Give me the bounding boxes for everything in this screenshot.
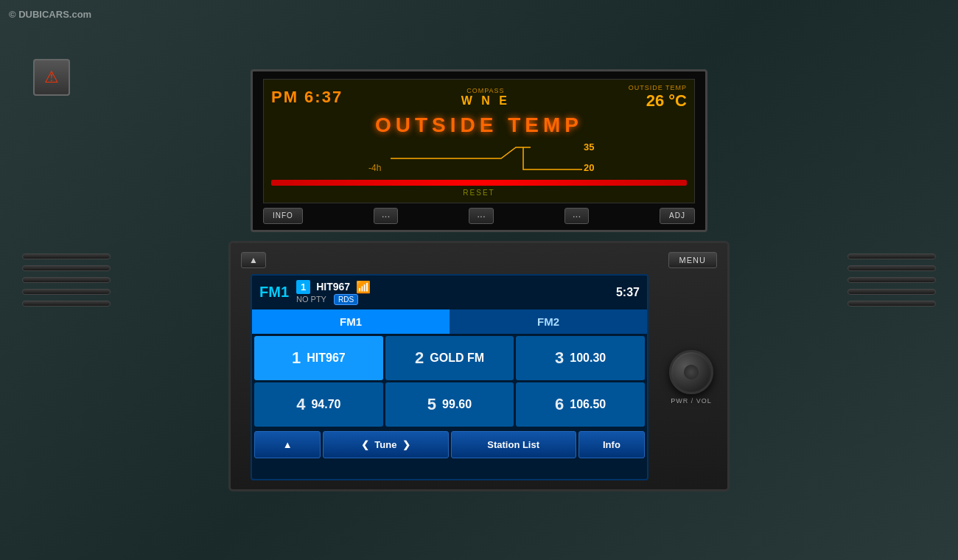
- preset-2-number: 2: [415, 349, 424, 368]
- vent-slat: [847, 289, 936, 295]
- tab-fm1[interactable]: FM1: [252, 309, 450, 334]
- mfd-reset-row: RESET: [271, 189, 687, 197]
- screen-pty: NO PTY: [296, 295, 326, 304]
- preset-1-name: HIT967: [307, 351, 345, 365]
- head-unit-top: ▲ MENU: [241, 252, 717, 268]
- head-unit: ▲ MENU FM1 1 HIT967 📶: [228, 241, 730, 491]
- svg-text:20: 20: [584, 162, 594, 173]
- station-list-label: Station List: [487, 439, 539, 450]
- preset-6-number: 6: [555, 395, 564, 414]
- presets-grid: 1 HIT967 2 GOLD FM 3 100.30 4: [252, 334, 647, 429]
- info-label: Info: [603, 439, 620, 450]
- mfd-compass-label: COMPASS: [466, 87, 504, 94]
- watermark: © DUBICARS.com: [9, 9, 91, 20]
- mfd-inner: PM 6:37 COMPASS W N E OUTSIDE TEMP 26 °C…: [263, 79, 695, 203]
- preset-3[interactable]: 3 100.30: [516, 336, 645, 380]
- tab-fm2[interactable]: FM2: [450, 309, 647, 334]
- info-button[interactable]: Info: [578, 431, 645, 458]
- screen-fm-label: FM1: [259, 284, 289, 301]
- vent-slat: [22, 253, 111, 259]
- mfd-header-row: PM 6:37 COMPASS W N E OUTSIDE TEMP 26 °C: [271, 84, 687, 111]
- screen-rds-badge: RDS: [334, 294, 358, 305]
- preset-4[interactable]: 4 94.70: [254, 382, 383, 427]
- scroll-up-button[interactable]: ▲: [254, 431, 321, 458]
- head-unit-body: FM1 1 HIT967 📶 NO PTY RDS: [241, 274, 717, 480]
- vent-slat: [22, 265, 111, 271]
- vent-slat: [847, 277, 936, 283]
- mfd-reset-text: RESET: [463, 189, 494, 197]
- screen-controls: ▲ ❮ Tune ❯ Station List Info: [252, 429, 647, 461]
- screen-preset-num: 1: [296, 280, 310, 294]
- pwr-vol-label: PWR / VOL: [671, 397, 712, 405]
- tune-label: ❮ Tune ❯: [361, 439, 410, 450]
- tune-button[interactable]: ❮ Tune ❯: [323, 431, 448, 458]
- menu-button[interactable]: MENU: [668, 252, 717, 268]
- pwr-vol-knob[interactable]: [669, 350, 713, 394]
- bluetooth-icon: 📶: [356, 280, 371, 294]
- mfd-main-display: OUTSIDE TEMP: [271, 113, 687, 137]
- mfd-graph: -4h 35 20: [354, 140, 604, 177]
- vent-left: [22, 253, 111, 307]
- svg-text:35: 35: [584, 141, 594, 153]
- screen-station-name: HIT967: [316, 281, 350, 293]
- mfd-bottom-buttons: INFO ··· ··· ··· ADJ: [263, 208, 695, 224]
- preset-6[interactable]: 6 106.50: [516, 382, 645, 427]
- preset-3-name: 100.30: [570, 351, 606, 365]
- mfd-adj-button[interactable]: ADJ: [660, 208, 695, 224]
- preset-4-name: 94.70: [311, 398, 340, 411]
- preset-2-name: GOLD FM: [430, 351, 484, 365]
- mfd-time: PM 6:37: [271, 88, 343, 107]
- mfd-compass-letters: W N E: [461, 94, 510, 108]
- preset-4-number: 4: [296, 395, 305, 414]
- screen-tabs: FM1 FM2: [252, 309, 647, 334]
- mfd-red-bar: [271, 180, 687, 186]
- mfd-compass-section: COMPASS W N E: [461, 87, 510, 108]
- vent-slat: [847, 253, 936, 259]
- mfd-outside-value: 26 °C: [646, 91, 687, 111]
- pwr-vol-area: PWR / VOL: [665, 350, 717, 405]
- hazard-button[interactable]: ⚠: [33, 59, 70, 96]
- vent-slat: [847, 265, 936, 271]
- station-list-button[interactable]: Station List: [451, 431, 576, 458]
- mfd-outside-temp-display: OUTSIDE TEMP 26 °C: [629, 84, 687, 111]
- center-stack: PM 6:37 COMPASS W N E OUTSIDE TEMP 26 °C…: [228, 69, 730, 491]
- vent-slat: [22, 301, 111, 307]
- screen-pty-row: NO PTY RDS: [296, 294, 358, 305]
- vent-right: [847, 253, 936, 307]
- mfd-display: PM 6:37 COMPASS W N E OUTSIDE TEMP 26 °C…: [251, 69, 707, 232]
- hazard-icon: ⚠: [44, 68, 59, 87]
- vent-slat: [22, 277, 111, 283]
- preset-3-number: 3: [555, 349, 564, 368]
- screen-header: FM1 1 HIT967 📶 NO PTY RDS: [252, 276, 647, 309]
- vent-slat: [847, 301, 936, 307]
- up-arrow-icon: ▲: [283, 439, 293, 450]
- eject-button[interactable]: ▲: [241, 252, 266, 268]
- mfd-dots-3[interactable]: ···: [564, 208, 590, 224]
- screen-time: 5:37: [616, 286, 640, 299]
- screen-station-row: 1 HIT967 📶: [296, 280, 371, 294]
- screen-station-info: 1 HIT967 📶 NO PTY RDS: [296, 280, 616, 305]
- knob-inner: [684, 365, 699, 379]
- car-panel: © DUBICARS.com ⚠ PM 6:37 COMPASS: [0, 0, 958, 560]
- mfd-dots-2[interactable]: ···: [469, 208, 494, 224]
- mfd-graph-svg: -4h 35 20: [354, 140, 604, 177]
- preset-1[interactable]: 1 HIT967: [254, 336, 383, 380]
- preset-2[interactable]: 2 GOLD FM: [385, 336, 514, 380]
- preset-5[interactable]: 5 99.60: [385, 382, 514, 427]
- vent-slat: [22, 289, 111, 295]
- svg-text:-4h: -4h: [368, 163, 381, 173]
- mfd-outside-label: OUTSIDE TEMP: [629, 84, 687, 91]
- preset-5-number: 5: [427, 395, 436, 414]
- mfd-info-button[interactable]: INFO: [263, 208, 303, 224]
- touchscreen: FM1 1 HIT967 📶 NO PTY RDS: [251, 274, 648, 480]
- mfd-dots-1[interactable]: ···: [374, 208, 399, 224]
- preset-5-name: 99.60: [442, 398, 472, 411]
- mfd-main-title: OUTSIDE TEMP: [375, 113, 583, 136]
- preset-6-name: 106.50: [570, 398, 606, 411]
- preset-1-number: 1: [292, 349, 301, 368]
